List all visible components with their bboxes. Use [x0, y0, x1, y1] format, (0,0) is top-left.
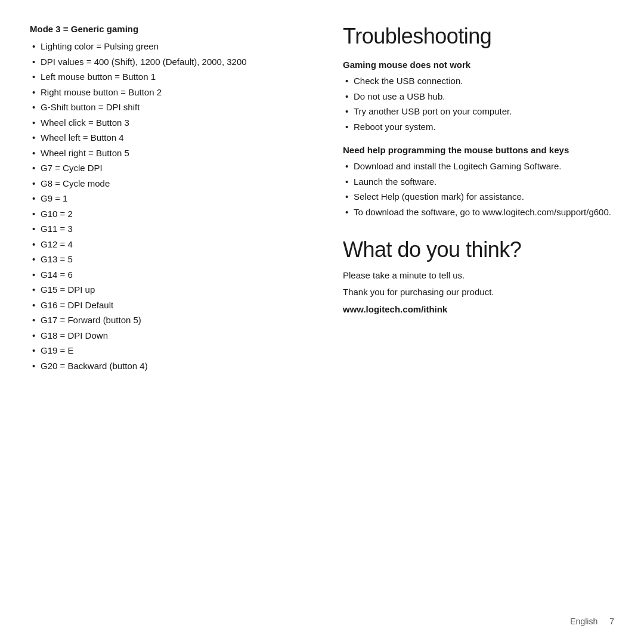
list-item: Wheel right = Button 5: [30, 145, 301, 161]
list-item: G8 = Cycle mode: [30, 176, 301, 191]
list-item: G19 = E: [30, 343, 301, 358]
what-text1: Please take a minute to tell us.: [343, 268, 614, 283]
list-item: G18 = DPI Down: [30, 328, 301, 343]
list-item: Do not use a USB hub.: [343, 89, 614, 104]
section-gaming-mouse: Gaming mouse does not work Check the USB…: [343, 60, 614, 134]
mode-heading: Mode 3 = Generic gaming: [30, 24, 301, 34]
list-item: G9 = 1: [30, 191, 301, 206]
list-item: G15 = DPI up: [30, 282, 301, 298]
list-item: Wheel click = Button 3: [30, 115, 301, 131]
left-bullet-list: Lighting color = Pulsing greenDPI values…: [30, 39, 301, 373]
section1-heading: Gaming mouse does not work: [343, 60, 614, 70]
ithink-link[interactable]: www.logitech.com/ithink: [343, 304, 614, 314]
list-item: Right mouse button = Button 2: [30, 85, 301, 100]
list-item: Left mouse button = Button 1: [30, 69, 301, 85]
page-content: Mode 3 = Generic gaming Lighting color =…: [0, 0, 644, 644]
list-item: Try another USB port on your computer.: [343, 104, 614, 119]
list-item: G17 = Forward (button 5): [30, 312, 301, 328]
list-item: G13 = 5: [30, 252, 301, 267]
list-item: G20 = Backward (button 4): [30, 358, 301, 374]
troubleshooting-title: Troubleshooting: [343, 24, 614, 49]
list-item: Select Help (question mark) for assistan…: [343, 189, 614, 205]
list-item: To download the software, go to www.logi…: [343, 205, 614, 220]
what-title: What do you think?: [343, 237, 614, 262]
right-column: Troubleshooting Gaming mouse does not wo…: [337, 24, 614, 620]
list-item: Launch the software.: [343, 174, 614, 190]
list-item: Download and install the Logitech Gaming…: [343, 159, 614, 174]
section1-bullet-list: Check the USB connection.Do not use a US…: [343, 73, 614, 134]
footer-language: English: [570, 617, 597, 626]
footer-page: 7: [609, 617, 614, 626]
list-item: G10 = 2: [30, 206, 301, 222]
list-item: G11 = 3: [30, 221, 301, 237]
list-item: G16 = DPI Default: [30, 298, 301, 313]
list-item: Reboot your system.: [343, 119, 614, 135]
list-item: G14 = 6: [30, 267, 301, 283]
left-column: Mode 3 = Generic gaming Lighting color =…: [30, 24, 313, 620]
footer: English 7: [570, 617, 614, 626]
section2-bullet-list: Download and install the Logitech Gaming…: [343, 159, 614, 219]
section-need-help: Need help programming the mouse buttons …: [343, 145, 614, 219]
list-item: DPI values = 400 (Shift), 1200 (Default)…: [30, 54, 301, 70]
list-item: G12 = 4: [30, 237, 301, 252]
what-text2: Thank you for purchasing our product.: [343, 285, 614, 299]
list-item: Lighting color = Pulsing green: [30, 39, 301, 54]
list-item: Check the USB connection.: [343, 73, 614, 89]
list-item: G7 = Cycle DPI: [30, 160, 301, 176]
list-item: Wheel left = Button 4: [30, 130, 301, 145]
list-item: G-Shift button = DPI shift: [30, 100, 301, 115]
section2-heading: Need help programming the mouse buttons …: [343, 145, 614, 155]
